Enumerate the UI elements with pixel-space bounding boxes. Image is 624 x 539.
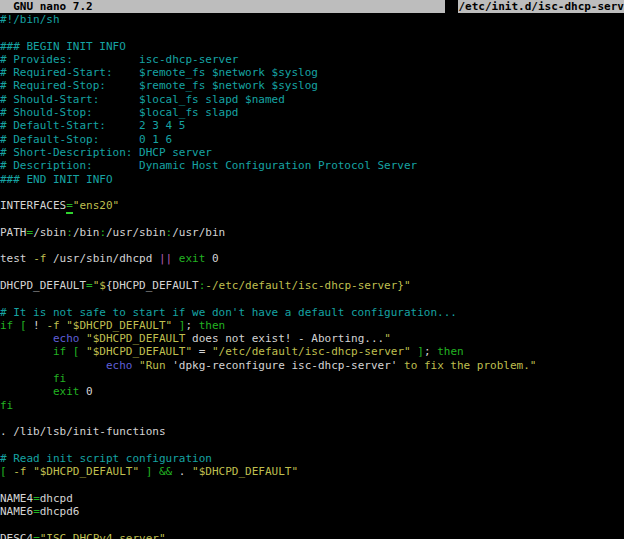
- syntax-segment: [66, 345, 73, 358]
- syntax-segment: =: [33, 505, 40, 518]
- code-line: exit 0: [0, 385, 624, 398]
- code-line: fi: [0, 399, 624, 412]
- syntax-segment: echo: [106, 359, 133, 372]
- syntax-segment: -f: [33, 252, 46, 265]
- syntax-segment: "/etc/default/isc-dhcp-server": [212, 345, 411, 358]
- code-line: # Provides: isc-dhcp-server: [0, 53, 624, 66]
- syntax-segment: [139, 465, 146, 478]
- syntax-segment: {DHCPD_DEFAULT: [106, 279, 199, 292]
- syntax-segment: to fix the problem.": [397, 359, 536, 372]
- syntax-segment: "ens20": [73, 199, 119, 212]
- syntax-segment: fi: [53, 372, 66, 385]
- syntax-segment: ;: [185, 319, 198, 332]
- syntax-segment: [0, 359, 106, 372]
- syntax-segment: [: [20, 319, 27, 332]
- code-line: [0, 439, 624, 452]
- syntax-segment: [0, 385, 53, 398]
- syntax-segment: test: [0, 252, 33, 265]
- code-line: # Required-Start: $remote_fs $network $s…: [0, 66, 624, 79]
- code-line: [0, 412, 624, 425]
- syntax-segment: does not exist! - Aborting...: [185, 332, 384, 345]
- code-line: [0, 266, 624, 279]
- syntax-segment: :: [99, 226, 106, 239]
- syntax-segment: # It is not safe to start if we don't ha…: [0, 306, 457, 319]
- syntax-segment: -/etc/default/isc-dhcp-server}": [205, 279, 410, 292]
- syntax-segment: &&: [159, 465, 172, 478]
- code-line: # Description: Dynamic Host Configuratio…: [0, 159, 624, 172]
- syntax-segment: ### END INIT INFO: [0, 173, 113, 186]
- code-line: #!/bin/sh: [0, 13, 624, 26]
- code-line: ### BEGIN INIT INFO: [0, 40, 624, 53]
- syntax-segment: INTERFACES: [0, 199, 66, 212]
- code-line: # Default-Start: 2 3 4 5: [0, 119, 624, 132]
- syntax-segment: NAME4: [0, 492, 33, 505]
- syntax-segment: "$DHCPD_DEFAULT": [192, 465, 298, 478]
- syntax-segment: # Required-Stop: $remote_fs $network $sy…: [0, 79, 318, 92]
- syntax-segment: "$DHCPD_DEFAULT": [66, 319, 172, 332]
- syntax-segment: [152, 465, 159, 478]
- syntax-segment: if: [53, 345, 66, 358]
- syntax-segment: [172, 319, 179, 332]
- syntax-segment: "$DHCPD_DEFAULT: [86, 332, 185, 345]
- syntax-segment: [172, 252, 179, 265]
- syntax-segment: "Run: [139, 359, 172, 372]
- code-line: # It is not safe to start if we don't ha…: [0, 306, 624, 319]
- cursor: =: [66, 199, 73, 214]
- code-line: . /lib/lsb/init-functions: [0, 425, 624, 438]
- syntax-segment: [0, 332, 53, 345]
- code-line: if [ "$DHCPD_DEFAULT" = "/etc/default/is…: [0, 345, 624, 358]
- syntax-segment: then: [199, 319, 226, 332]
- syntax-segment: [0, 372, 53, 385]
- code-line: # Default-Stop: 0 1 6: [0, 133, 624, 146]
- syntax-segment: ### BEGIN INIT INFO: [0, 40, 126, 53]
- syntax-segment: "$DHCPD_DEFAULT": [86, 345, 192, 358]
- code-line: INTERFACES="ens20": [0, 199, 624, 212]
- syntax-segment: echo: [53, 332, 80, 345]
- syntax-segment: # Should-Start: $local_fs slapd $named: [0, 93, 285, 106]
- code-line: [0, 478, 624, 491]
- syntax-segment: "ISC DHCPv4 server": [40, 532, 166, 539]
- titlebar-notch: [445, 0, 458, 13]
- syntax-segment: [: [0, 465, 7, 478]
- syntax-segment: exit: [53, 385, 80, 398]
- code-line: fi: [0, 372, 624, 385]
- syntax-segment: DESC4: [0, 532, 33, 539]
- code-line: [0, 186, 624, 199]
- code-line: # Short-Description: DHCP server: [0, 146, 624, 159]
- code-line: # Required-Stop: $remote_fs $network $sy…: [0, 79, 624, 92]
- terminal-screen: GNU nano 7.2 /etc/init.d/isc-dhcp-serv #…: [0, 0, 624, 539]
- nano-version-label: GNU nano 7.2: [0, 0, 93, 13]
- syntax-segment: /usr/bin: [172, 226, 225, 239]
- code-line: DESC4="ISC DHCPv4 server": [0, 532, 624, 539]
- syntax-segment: 'dpkg-reconfigure isc-dhcp-server': [172, 359, 397, 372]
- syntax-segment: PATH: [0, 226, 27, 239]
- syntax-segment: # Read init script configuration: [0, 452, 212, 465]
- code-line: NAME6=dhcpd6: [0, 505, 624, 518]
- syntax-segment: dhcpd: [40, 492, 73, 505]
- syntax-segment: ]: [417, 345, 424, 358]
- code-line: # Read init script configuration: [0, 452, 624, 465]
- syntax-segment: # Short-Description: DHCP server: [0, 146, 212, 159]
- syntax-segment: # Provides: isc-dhcp-server: [0, 53, 238, 66]
- syntax-segment: .: [172, 465, 192, 478]
- syntax-segment: # Should-Stop: $local_fs slapd: [0, 106, 238, 119]
- nano-titlebar: GNU nano 7.2 /etc/init.d/isc-dhcp-serv: [0, 0, 624, 13]
- syntax-segment: "$: [93, 279, 106, 292]
- syntax-segment: /sbin: [33, 226, 66, 239]
- code-line: [0, 292, 624, 305]
- code-line: # Should-Stop: $local_fs slapd: [0, 106, 624, 119]
- syntax-segment: ": [384, 332, 391, 345]
- code-line: [0, 518, 624, 531]
- syntax-segment: fi: [0, 399, 13, 412]
- syntax-segment: then: [437, 345, 464, 358]
- syntax-segment: =: [33, 492, 40, 505]
- syntax-segment: # Description: Dynamic Host Configuratio…: [0, 159, 417, 172]
- editor-content[interactable]: #!/bin/sh### BEGIN INIT INFO# Provides: …: [0, 13, 624, 539]
- syntax-segment: =: [86, 279, 93, 292]
- syntax-segment: NAME6: [0, 505, 33, 518]
- syntax-segment: :: [66, 226, 73, 239]
- syntax-segment: #!/bin/sh: [0, 13, 60, 26]
- syntax-segment: =: [192, 345, 212, 358]
- syntax-segment: exit: [179, 252, 206, 265]
- titlebar-filler: [93, 0, 446, 13]
